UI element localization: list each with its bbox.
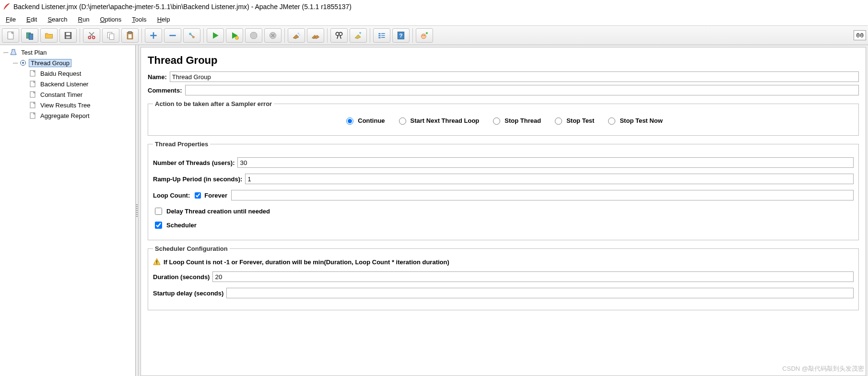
loop-count-input[interactable]	[231, 190, 854, 200]
comments-input[interactable]	[185, 85, 859, 95]
svg-rect-38	[156, 263, 157, 264]
window-title: Backend Listener.jmx (D:\jmeter\apache-j…	[13, 3, 352, 11]
tb-open-icon[interactable]	[40, 28, 58, 43]
tb-search-icon[interactable]	[330, 28, 348, 43]
menu-edit[interactable]: Edit	[23, 15, 40, 24]
radio-stop-thread[interactable]: Stop Thread	[491, 116, 541, 125]
tb-save-icon[interactable]	[59, 28, 77, 43]
tb-collapse-icon[interactable]	[164, 28, 181, 43]
tb-toggle-icon[interactable]	[183, 28, 200, 43]
tree-constant-timer[interactable]: ·Constant Timer	[22, 89, 135, 100]
tb-paste-icon[interactable]	[121, 28, 139, 43]
svg-point-28	[424, 35, 425, 36]
svg-rect-11	[129, 31, 132, 33]
tb-think-time-icon[interactable]	[416, 28, 433, 43]
svg-rect-4	[66, 33, 70, 35]
file-icon	[29, 70, 36, 77]
radio-stop-test[interactable]: Stop Test	[552, 116, 594, 125]
scheduler-config-legend: Scheduler Configuration	[153, 245, 230, 252]
scheduler-checkbox[interactable]: Scheduler	[153, 220, 854, 230]
tb-stop-icon[interactable]	[245, 28, 262, 43]
beaker-icon	[10, 48, 17, 56]
num-threads-input[interactable]	[237, 157, 854, 168]
radio-stop-test-now[interactable]: Stop Test Now	[606, 116, 662, 125]
ramp-up-input[interactable]	[245, 174, 854, 184]
svg-point-26	[421, 34, 426, 38]
tb-help-icon[interactable]: ?	[392, 28, 410, 43]
forever-checkbox[interactable]: Forever	[193, 191, 227, 200]
svg-rect-37	[156, 260, 157, 263]
tree-thread-group[interactable]: ◦─ Thread Group	[12, 58, 135, 68]
tb-start-icon[interactable]	[207, 28, 224, 43]
file-icon	[29, 101, 36, 109]
svg-rect-22	[378, 35, 380, 36]
tb-function-helper-icon[interactable]	[373, 28, 390, 43]
toolbar: ? 00	[0, 26, 868, 45]
tb-start-no-timers-icon[interactable]	[226, 28, 243, 43]
file-icon	[29, 80, 36, 88]
tb-cut-icon[interactable]	[83, 28, 100, 43]
svg-rect-5	[66, 36, 70, 38]
tb-copy-icon[interactable]	[102, 28, 119, 43]
menu-options[interactable]: Options	[97, 15, 124, 24]
tree-aggregate-report[interactable]: ·Aggregate Report	[22, 110, 135, 121]
tb-clear-all-icon[interactable]	[307, 28, 324, 43]
name-input[interactable]	[170, 71, 859, 82]
tree-baidu-request[interactable]: ·Baidu Request	[22, 68, 135, 79]
duration-input[interactable]	[212, 271, 854, 282]
svg-point-31	[22, 62, 24, 64]
svg-point-15	[235, 36, 239, 39]
menu-run[interactable]: Run	[75, 15, 93, 24]
svg-rect-21	[378, 33, 380, 35]
delay-thread-checkbox[interactable]: Delay Thread creation until needed	[153, 206, 854, 216]
startup-delay-label: Startup delay (seconds)	[153, 290, 223, 297]
svg-point-18	[299, 35, 300, 35]
ramp-up-label: Ramp-Up Period (in seconds):	[153, 176, 242, 183]
sampler-error-legend: Action to be taken after a Sampler error	[153, 100, 274, 107]
sampler-error-fieldset: Action to be taken after a Sampler error…	[148, 100, 859, 136]
thread-group-icon	[19, 59, 27, 67]
thread-properties-legend: Thread Properties	[153, 141, 210, 148]
comments-label: Comments:	[148, 87, 182, 94]
svg-text:?: ?	[399, 32, 402, 38]
menu-help[interactable]: Help	[154, 15, 173, 24]
tree-backend-listener[interactable]: ·Backend Listener	[22, 79, 135, 89]
panel-title: Thread Group	[148, 54, 859, 67]
svg-point-20	[339, 32, 342, 35]
tree-view-results-tree[interactable]: ·View Results Tree	[22, 100, 135, 110]
loop-count-label: Loop Count:	[153, 192, 190, 199]
toolbar-elapsed-time: 00	[854, 30, 866, 40]
svg-point-17	[298, 33, 299, 34]
menu-search[interactable]: Search	[45, 15, 70, 24]
tb-new-icon[interactable]	[2, 28, 19, 43]
svg-rect-9	[110, 34, 114, 39]
menubar: File Edit Search Run Options Tools Help	[0, 13, 868, 26]
tree-test-plan[interactable]: ◦─ Test Plan	[3, 47, 135, 58]
scheduler-warn-text: If Loop Count is not -1 or Forever, dura…	[164, 258, 449, 266]
tb-reset-search-icon[interactable]	[350, 28, 367, 43]
svg-rect-2	[29, 34, 33, 39]
duration-label: Duration (seconds)	[153, 273, 210, 281]
content-pane: Thread Group Name: Comments: Action to b…	[139, 45, 868, 376]
tb-shutdown-icon[interactable]	[264, 28, 282, 43]
file-icon	[29, 112, 36, 119]
tb-templates-icon[interactable]	[21, 28, 38, 43]
tb-clear-icon[interactable]	[288, 28, 305, 43]
warning-icon	[153, 258, 161, 266]
thread-properties-fieldset: Thread Properties Number of Threads (use…	[148, 141, 859, 240]
num-threads-label: Number of Threads (users):	[153, 159, 235, 166]
name-label: Name:	[148, 73, 167, 81]
menu-tools[interactable]: Tools	[129, 15, 149, 24]
menu-file[interactable]: File	[3, 15, 19, 24]
scheduler-config-fieldset: Scheduler Configuration If Loop Count is…	[148, 245, 859, 310]
jmeter-feather-icon	[3, 3, 11, 11]
radio-start-next[interactable]: Start Next Thread Loop	[397, 116, 480, 125]
test-plan-tree[interactable]: ◦─ Test Plan ◦─ Thread Group ·Baidu Requ…	[0, 45, 136, 376]
tb-expand-icon[interactable]	[145, 28, 162, 43]
svg-point-19	[336, 32, 339, 35]
svg-point-27	[422, 35, 423, 36]
startup-delay-input[interactable]	[226, 288, 854, 298]
radio-continue[interactable]: Continue	[344, 116, 385, 125]
file-icon	[29, 91, 36, 98]
window-titlebar: Backend Listener.jmx (D:\jmeter\apache-j…	[0, 0, 868, 13]
